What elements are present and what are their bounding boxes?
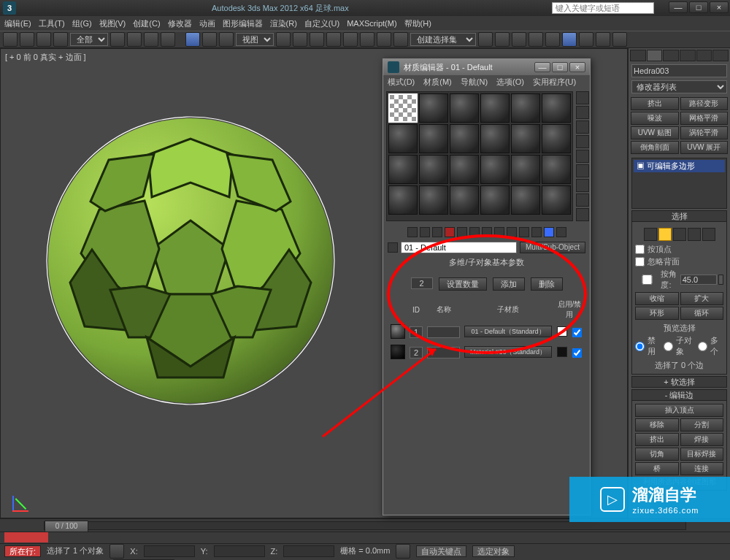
named-selection-sets[interactable]: 创建选择集	[410, 33, 476, 46]
submat2-enable[interactable]	[572, 348, 582, 358]
submat1-id[interactable]	[410, 326, 423, 338]
menu-help[interactable]: 帮助(H)	[404, 18, 431, 29]
sample-slot-8[interactable]	[419, 124, 448, 153]
menu-views[interactable]: 视图(V)	[99, 18, 126, 29]
sample-slot-20[interactable]	[419, 185, 448, 215]
sample-slot-12[interactable]	[542, 124, 571, 153]
menu-customize[interactable]: 自定义(U)	[304, 18, 339, 29]
submat2-swatch[interactable]	[391, 345, 405, 359]
sample-slot-4[interactable]	[480, 93, 510, 123]
by-angle-check[interactable]	[635, 275, 659, 285]
connect-button[interactable]: 连接	[680, 462, 724, 475]
undo-button[interactable]	[3, 32, 18, 47]
backlight-button[interactable]	[576, 106, 589, 119]
angle-snap-toggle[interactable]	[343, 32, 358, 47]
background-button[interactable]	[576, 120, 589, 134]
sample-slot-1[interactable]	[388, 93, 418, 123]
sample-slot-10[interactable]	[480, 124, 510, 153]
selection-rollout-header[interactable]: 选择	[631, 210, 727, 222]
ignore-backfacing-check[interactable]	[635, 257, 645, 266]
mirror-button[interactable]	[478, 32, 493, 47]
kbd-shortcut-toggle[interactable]	[310, 32, 324, 47]
auto-key-button[interactable]: 自动关键点	[416, 545, 466, 557]
link-button[interactable]	[36, 32, 51, 47]
mat-maximize-button[interactable]: □	[552, 62, 568, 72]
select-by-mat-button[interactable]	[576, 193, 589, 207]
select-name-button[interactable]	[127, 32, 142, 47]
help-search-input[interactable]	[552, 2, 654, 14]
menu-maxscript[interactable]: MAXScript(M)	[347, 19, 396, 28]
sample-slot-14[interactable]	[419, 155, 448, 184]
get-material-button[interactable]	[407, 227, 418, 237]
sample-slot-7[interactable]	[388, 124, 418, 153]
mod-turbosmooth[interactable]: 涡轮平滑	[680, 126, 729, 139]
tab-motion[interactable]	[680, 50, 696, 61]
go-forward-button[interactable]	[544, 227, 554, 237]
mod-pathdeform[interactable]: 路径变形	[680, 97, 729, 110]
matnav-button[interactable]	[576, 208, 589, 221]
sample-slot-23[interactable]	[511, 185, 540, 215]
chamfer-button[interactable]: 切角	[635, 448, 679, 461]
put-to-scene-button[interactable]	[420, 227, 430, 237]
close-button[interactable]: ×	[710, 1, 729, 13]
tab-hierarchy[interactable]	[663, 50, 679, 61]
submat1-enable[interactable]	[572, 328, 582, 337]
mat-menu-mode[interactable]: 模式(D)	[388, 77, 415, 88]
multisub-rollout-header[interactable]: 多维/子对象基本参数	[383, 255, 590, 270]
minimize-button[interactable]: —	[669, 1, 688, 13]
sample-slot-5[interactable]	[511, 93, 540, 123]
viewport-label[interactable]: [ + 0 前 0 真实 + 边面 ]	[5, 52, 86, 63]
sample-slot-24[interactable]	[542, 185, 571, 215]
pivot-center-button[interactable]	[276, 32, 291, 47]
sample-slot-16[interactable]	[480, 155, 510, 184]
snap-toggle[interactable]	[326, 32, 341, 47]
select-manip-button[interactable]	[293, 32, 307, 47]
show-end-result-button[interactable]	[519, 227, 529, 237]
mat-close-button[interactable]: ×	[569, 62, 585, 72]
by-vertex-check[interactable]	[635, 245, 645, 254]
object-name-field[interactable]	[631, 64, 727, 77]
add-submat-button[interactable]: 添加	[493, 277, 525, 291]
make-unique-button[interactable]	[469, 227, 480, 237]
sample-slot-13[interactable]	[388, 155, 418, 184]
split-button[interactable]: 分割	[680, 418, 724, 431]
selected-pin[interactable]: 选定对象	[472, 545, 515, 557]
menu-edit[interactable]: 编辑(E)	[4, 18, 31, 29]
x-coord[interactable]	[144, 545, 195, 557]
submat1-color[interactable]	[557, 326, 567, 337]
submat1-swatch[interactable]	[391, 324, 405, 339]
preview-subobj-radio[interactable]	[664, 342, 673, 351]
submat2-name[interactable]	[427, 347, 460, 358]
material-type-button[interactable]: Multi/Sub-Object	[520, 242, 585, 253]
mat-menu-nav[interactable]: 导航(N)	[461, 77, 488, 88]
select-object-button[interactable]	[110, 32, 125, 47]
curve-editor-button[interactable]	[529, 32, 543, 47]
material-editor-titlebar[interactable]: 材质编辑器 - 01 - Default — □ ×	[383, 59, 590, 75]
tab-display[interactable]	[696, 50, 712, 61]
submaterial-count-field[interactable]	[411, 277, 433, 289]
window-crossing-button[interactable]	[161, 32, 175, 47]
extrude-edge-button[interactable]: 挤出	[635, 433, 679, 446]
sample-uv-button[interactable]	[576, 135, 589, 148]
sample-type-button[interactable]	[576, 91, 589, 104]
mod-noise[interactable]: 噪波	[631, 112, 679, 125]
video-check-button[interactable]	[576, 150, 589, 163]
sample-slot-18[interactable]	[542, 155, 571, 184]
edit-edges-header[interactable]: - 编辑边	[631, 389, 727, 401]
subobj-border[interactable]	[673, 228, 686, 241]
subobj-element[interactable]	[702, 228, 715, 241]
loop-button[interactable]: 循环	[680, 307, 724, 320]
subobj-edge[interactable]	[658, 228, 672, 241]
set-number-button[interactable]: 设置数量	[439, 277, 487, 291]
remove-button[interactable]: 移除	[635, 418, 679, 431]
select-scale-button[interactable]	[219, 32, 234, 47]
mat-menu-options[interactable]: 选项(O)	[496, 77, 524, 88]
stack-item-editpoly[interactable]: ▣ 可编辑多边形	[634, 160, 725, 172]
pick-from-obj-button[interactable]	[556, 227, 566, 237]
mat-minimize-button[interactable]: —	[534, 62, 550, 72]
percent-snap-toggle[interactable]	[360, 32, 374, 47]
ref-coord-system[interactable]: 视图	[236, 33, 274, 46]
rendered-frame-button[interactable]	[596, 32, 610, 47]
render-setup-button[interactable]	[579, 32, 593, 47]
pick-material-button[interactable]	[388, 242, 398, 253]
